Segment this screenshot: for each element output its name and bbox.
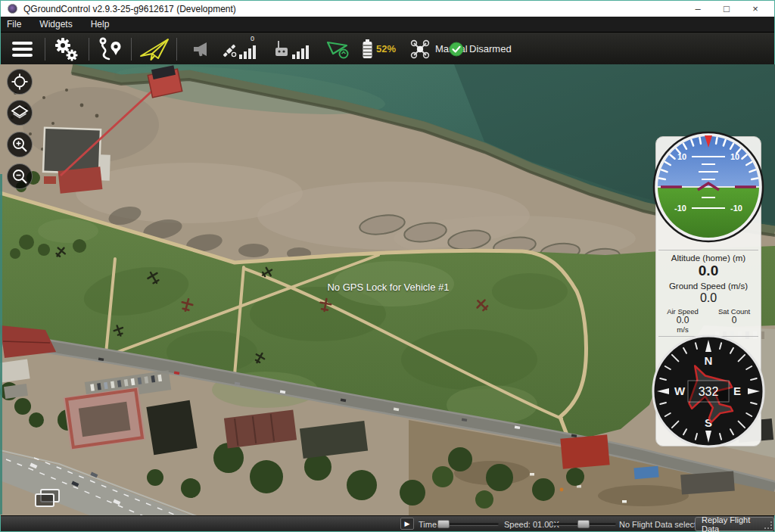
quadcopter-icon [409,39,431,60]
settings-button[interactable] [51,33,81,65]
compass-indicator[interactable]: N E S W 332 [652,334,765,448]
main-toolbar: 0 [1,32,774,64]
toolbar-separator [176,38,177,61]
svg-text:10: 10 [677,152,686,161]
battery-indicator[interactable]: 52% [361,33,396,65]
zoom-in-button[interactable] [7,132,33,157]
battery-percent: 52% [376,43,396,54]
speed-slider[interactable] [552,523,616,526]
qgroundcontrol-window: QGroundControl v2.9.3-25-g9612617 (Devel… [0,0,775,532]
time-label: Time [419,516,437,532]
air-speed-value: 0.0 [657,316,708,325]
zoom-in-icon [11,135,29,154]
altitude-value: 0.0 [657,263,760,278]
messages-icon [326,39,350,60]
battery-icon [361,38,374,61]
gps-count: 0 [251,35,254,42]
ground-speed-label: Ground Speed (m/s) [657,282,760,291]
sat-count-block: Sat Count 0 [708,307,760,334]
tile-edge [0,174,2,515]
altitude-label: Altitude (home) (m) [657,254,760,263]
megaphone-icon [191,40,213,58]
resize-grip[interactable] [764,521,772,529]
toolbar-separator [89,38,89,61]
map-view[interactable]: No GPS Lock for Vehicle #1 [0,64,775,515]
menu-help[interactable]: Help [82,19,119,30]
svg-text:-10: -10 [730,204,742,213]
telemetry-values: Altitude (home) (m) 0.0 Ground Speed (m/… [657,250,760,337]
speed-slider-handle[interactable] [577,520,590,528]
svg-text:N: N [705,354,713,367]
plan-route-icon [96,36,123,63]
air-speed-unit: m/s [657,325,708,334]
heading-value: 332 [699,385,719,398]
map-type-button[interactable] [7,100,33,126]
toolbar-separator [131,38,132,61]
armed-check-icon [449,42,464,57]
plan-button[interactable] [96,33,123,65]
zoom-out-icon [11,167,29,185]
time-slider[interactable] [437,523,499,526]
zoom-out-button[interactable] [7,163,33,189]
rc-signal-icon [273,36,310,62]
rc-rssi-indicator[interactable] [273,33,310,65]
center-vehicle-button[interactable] [7,69,33,95]
arm-status-indicator[interactable]: Disarmed [449,33,512,65]
time-slider-handle[interactable] [437,520,450,528]
gps-lock-message: No GPS Lock for Vehicle #1 [305,282,472,293]
minimize-button[interactable]: – [683,2,712,17]
attitude-indicator[interactable]: 10 10 -10 -10 [652,130,765,244]
settings-gears-icon [51,35,81,64]
play-button[interactable]: ▶ [400,518,414,530]
crosshair-icon [11,73,29,91]
title-bar: QGroundControl v2.9.3-25-g9612617 (Devel… [1,1,774,17]
menu-icon [12,42,33,57]
replay-flight-data-button[interactable]: Replay Flight Data [695,517,774,531]
maximize-button[interactable]: □ [712,2,741,17]
sat-count-value: 0 [708,316,760,325]
svg-text:-10: -10 [674,204,686,213]
layers-icon [10,104,30,122]
windows-stack-icon [32,487,64,509]
main-menu-button[interactable] [12,33,33,65]
app-logo-icon [8,4,17,14]
ground-speed-value: 0.0 [657,291,760,305]
gps-status-indicator[interactable]: 0 [222,33,257,65]
arm-status-label: Disarmed [469,43,512,54]
svg-text:E: E [733,384,741,397]
menu-bar: File Widgets Help [1,17,774,32]
flight-replay-bar: ▶ Time Speed: 01.00X No Flight Data sele… [1,515,774,531]
multi-view-button[interactable] [32,487,64,512]
menu-widgets[interactable]: Widgets [30,19,81,30]
svg-text:10: 10 [730,152,739,161]
menu-file[interactable]: File [1,19,30,30]
fly-paper-plane-icon [139,36,170,63]
air-speed-block: Air Speed 0.0 m/s [657,307,708,334]
messages-indicator[interactable] [326,33,350,65]
window-title: QGroundControl v2.9.3-25-g9612617 (Devel… [23,4,683,14]
close-button[interactable]: × [741,2,770,17]
audio-button[interactable] [191,33,213,65]
speed-label: Speed: 01.00X [504,516,559,532]
toolbar-separator [45,38,45,61]
fly-view-button[interactable] [139,33,170,65]
svg-text:W: W [674,384,686,397]
